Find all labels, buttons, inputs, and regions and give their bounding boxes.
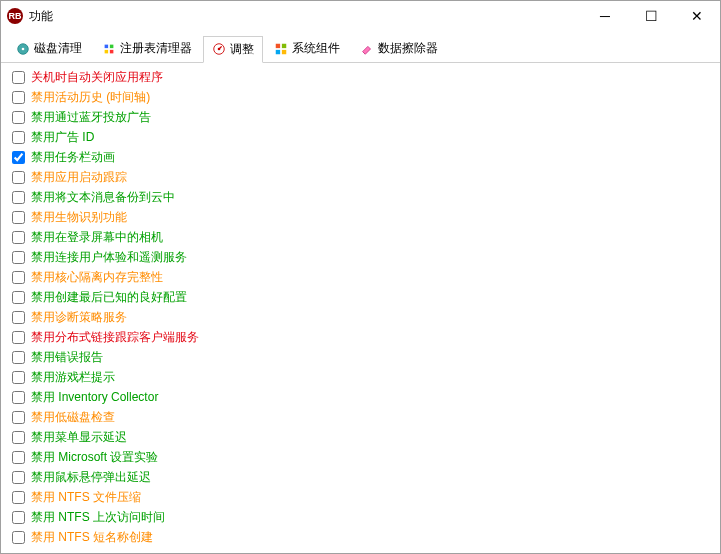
tab-label: 注册表清理器 (120, 40, 192, 57)
list-item[interactable]: 禁用诊断策略服务 (9, 307, 712, 327)
disk-icon (16, 42, 30, 56)
item-label: 禁用任务栏动画 (31, 148, 115, 166)
list-item[interactable]: 禁用创建最后已知的良好配置 (9, 287, 712, 307)
item-checkbox[interactable] (12, 511, 25, 524)
item-checkbox[interactable] (12, 211, 25, 224)
list-item[interactable]: 禁用生物识别功能 (9, 207, 712, 227)
item-checkbox[interactable] (12, 451, 25, 464)
item-label: 禁用广告 ID (31, 128, 94, 146)
list-item[interactable]: 禁用在登录屏幕中的相机 (9, 227, 712, 247)
item-label: 关机时自动关闭应用程序 (31, 68, 163, 86)
item-checkbox[interactable] (12, 531, 25, 544)
item-label: 禁用应用启动跟踪 (31, 168, 127, 186)
eraser-icon (360, 42, 374, 56)
list-item[interactable]: 禁用 Inventory Collector (9, 387, 712, 407)
list-item[interactable]: 禁用核心隔离内存完整性 (9, 267, 712, 287)
item-checkbox[interactable] (12, 351, 25, 364)
list-item[interactable]: 禁用游戏栏提示 (9, 367, 712, 387)
item-checkbox[interactable] (12, 91, 25, 104)
item-label: 禁用 Inventory Collector (31, 388, 158, 406)
item-label: 禁用鼠标悬停弹出延迟 (31, 468, 151, 486)
item-checkbox[interactable] (12, 411, 25, 424)
item-checkbox[interactable] (12, 471, 25, 484)
item-checkbox[interactable] (12, 391, 25, 404)
tab-system-components[interactable]: 系统组件 (265, 35, 349, 62)
svg-point-1 (22, 47, 25, 50)
item-label: 禁用 NTFS 短名称创建 (31, 528, 153, 546)
item-checkbox[interactable] (12, 311, 25, 324)
tab-bar: 磁盘清理 注册表清理器 调整 系统组件 数据擦除器 (1, 31, 720, 63)
list-item[interactable]: 禁用鼠标悬停弹出延迟 (9, 467, 712, 487)
svg-rect-2 (105, 44, 109, 48)
close-button[interactable]: ✕ (674, 1, 720, 31)
list-item[interactable]: 禁用低磁盘检查 (9, 407, 712, 427)
item-checkbox[interactable] (12, 291, 25, 304)
svg-rect-9 (282, 43, 286, 47)
tab-label: 调整 (230, 41, 254, 58)
app-window: RB 功能 ─ ☐ ✕ 磁盘清理 注册表清理器 调整 系统组件 数据擦除器 (0, 0, 721, 554)
item-checkbox[interactable] (12, 331, 25, 344)
list-item[interactable]: 禁用错误报告 (9, 347, 712, 367)
item-checkbox[interactable] (12, 151, 25, 164)
list-item[interactable]: 禁用 Microsoft 设置实验 (9, 447, 712, 467)
list-item[interactable]: 禁用菜单显示延迟 (9, 427, 712, 447)
svg-rect-5 (110, 49, 114, 53)
list-item[interactable]: 禁用通过蓝牙投放广告 (9, 107, 712, 127)
tweaks-list[interactable]: 关机时自动关闭应用程序禁用活动历史 (时间轴)禁用通过蓝牙投放广告禁用广告 ID… (7, 65, 714, 549)
list-item[interactable]: 禁用任务栏动画 (9, 147, 712, 167)
item-label: 禁用 NTFS 上次访问时间 (31, 508, 165, 526)
list-item[interactable]: 禁用活动历史 (时间轴) (9, 87, 712, 107)
list-item[interactable]: 禁用 NTFS 文件压缩 (9, 487, 712, 507)
maximize-button[interactable]: ☐ (628, 1, 674, 31)
tab-tweaks[interactable]: 调整 (203, 36, 263, 63)
list-item[interactable]: 禁用广告 ID (9, 127, 712, 147)
item-checkbox[interactable] (12, 131, 25, 144)
windows-icon (274, 42, 288, 56)
item-checkbox[interactable] (12, 491, 25, 504)
svg-point-7 (218, 48, 221, 51)
tab-disk-cleanup[interactable]: 磁盘清理 (7, 35, 91, 62)
list-item[interactable]: 禁用连接用户体验和遥测服务 (9, 247, 712, 267)
item-label: 禁用 NTFS 文件压缩 (31, 488, 141, 506)
item-checkbox[interactable] (12, 111, 25, 124)
item-checkbox[interactable] (12, 231, 25, 244)
list-item[interactable]: 禁用分布式链接跟踪客户端服务 (9, 327, 712, 347)
item-label: 禁用分布式链接跟踪客户端服务 (31, 328, 199, 346)
gauge-icon (212, 42, 226, 56)
tab-label: 数据擦除器 (378, 40, 438, 57)
tweaks-panel: 关机时自动关闭应用程序禁用活动历史 (时间轴)禁用通过蓝牙投放广告禁用广告 ID… (7, 65, 714, 549)
list-item[interactable]: 禁用将文本消息备份到云中 (9, 187, 712, 207)
tab-label: 系统组件 (292, 40, 340, 57)
window-controls: ─ ☐ ✕ (582, 1, 720, 31)
tab-label: 磁盘清理 (34, 40, 82, 57)
list-item[interactable]: 关机时自动关闭应用程序 (9, 67, 712, 87)
item-checkbox[interactable] (12, 371, 25, 384)
item-label: 禁用连接用户体验和遥测服务 (31, 248, 187, 266)
item-checkbox[interactable] (12, 171, 25, 184)
svg-rect-4 (105, 49, 109, 53)
list-item[interactable]: 禁用 NTFS 上次访问时间 (9, 507, 712, 527)
tab-registry-cleaner[interactable]: 注册表清理器 (93, 35, 201, 62)
app-icon: RB (7, 8, 23, 24)
item-checkbox[interactable] (12, 191, 25, 204)
list-item[interactable]: 禁用 NTFS 短名称创建 (9, 527, 712, 547)
svg-rect-8 (276, 43, 280, 47)
list-item[interactable]: 禁用应用启动跟踪 (9, 167, 712, 187)
item-checkbox[interactable] (12, 251, 25, 264)
item-label: 禁用生物识别功能 (31, 208, 127, 226)
item-checkbox[interactable] (12, 71, 25, 84)
item-label: 禁用错误报告 (31, 348, 103, 366)
svg-rect-11 (282, 49, 286, 53)
item-label: 禁用通过蓝牙投放广告 (31, 108, 151, 126)
svg-rect-10 (276, 49, 280, 53)
item-label: 禁用将文本消息备份到云中 (31, 188, 175, 206)
item-label: 禁用创建最后已知的良好配置 (31, 288, 187, 306)
tab-data-eraser[interactable]: 数据擦除器 (351, 35, 447, 62)
item-checkbox[interactable] (12, 431, 25, 444)
registry-icon (102, 42, 116, 56)
minimize-button[interactable]: ─ (582, 1, 628, 31)
item-label: 禁用菜单显示延迟 (31, 428, 127, 446)
item-label: 禁用核心隔离内存完整性 (31, 268, 163, 286)
item-checkbox[interactable] (12, 271, 25, 284)
item-label: 禁用 Microsoft 设置实验 (31, 448, 158, 466)
